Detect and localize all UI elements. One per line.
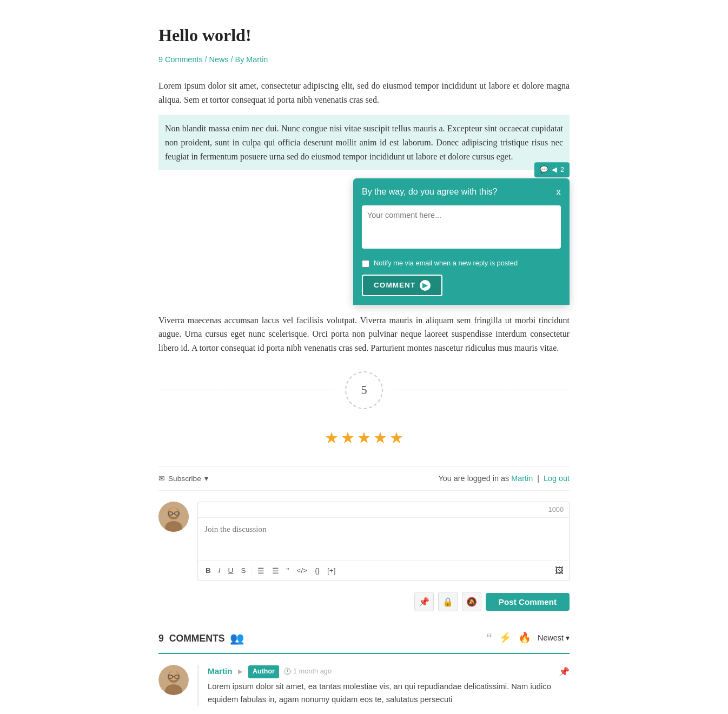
chevron-down-icon: ▾ xyxy=(566,632,570,644)
post-body: Lorem ipsum dolor sit amet, consectetur … xyxy=(158,79,570,355)
flame-sort-icon[interactable]: 🔥 xyxy=(518,630,531,646)
svg-point-3 xyxy=(169,508,178,517)
comment-button-arrow-icon: ▶ xyxy=(420,280,431,291)
bubble-count: 2 xyxy=(560,164,564,175)
highlighted-paragraph: Non blandit massa enim nec dui. Nunc con… xyxy=(158,115,570,170)
bold-button[interactable]: B xyxy=(203,565,213,576)
editor-char-count: 1000 xyxy=(198,502,569,518)
logout-link[interactable]: Log out xyxy=(544,474,570,483)
rating-value: 5 xyxy=(361,381,367,400)
author-badge: Author xyxy=(248,665,279,678)
notify-checkbox[interactable] xyxy=(362,260,369,268)
community-icon: 👥 xyxy=(230,629,244,648)
comment-textarea[interactable] xyxy=(198,518,569,556)
clock-icon: 🕐 xyxy=(283,666,291,676)
braces-button[interactable]: {} xyxy=(313,565,322,576)
italic-button[interactable]: I xyxy=(216,565,223,576)
post-comment-button[interactable]: Post Comment xyxy=(486,593,570,611)
highlight-popover: By the way, do you agree with this? x No… xyxy=(353,178,570,305)
comment-body: Martin ► Author 🕐 1 month ago 📌 Lorem ip… xyxy=(197,665,570,706)
post-comment-row: 📌 🔒 🔕 Post Comment xyxy=(158,592,570,611)
editor-toolbar: B I U S ☰ ☰ " </> {} [+] 🖼 xyxy=(198,560,569,581)
comments-header: 9 COMMENTS 👥 “ ⚡ 🔥 Newest ▾ xyxy=(158,628,570,653)
popover-notify-row: Notify me via email when a new reply is … xyxy=(362,258,561,269)
author-link[interactable]: Martin xyxy=(246,55,268,64)
notify-label: Notify me via email when a new reply is … xyxy=(374,258,518,269)
star-3[interactable]: ★ xyxy=(357,425,371,450)
rss-icon: ► xyxy=(237,666,244,678)
comment-text: Lorem ipsum dolor sit amet, ea tantas mo… xyxy=(208,680,570,706)
paragraph-1: Lorem ipsum dolor sit amet, consectetur … xyxy=(158,79,570,106)
comments-label: COMMENTS xyxy=(169,631,225,646)
comment-time: 🕐 1 month ago xyxy=(283,666,332,677)
comment-author-avatar xyxy=(158,665,189,695)
comment-time-text: 1 month ago xyxy=(293,666,332,677)
ordered-list-button[interactable]: ☰ xyxy=(255,565,267,576)
stars-row: ★ ★ ★ ★ ★ xyxy=(158,425,570,450)
underline-button[interactable]: U xyxy=(226,565,236,576)
unordered-list-button[interactable]: ☰ xyxy=(270,565,281,576)
svg-point-10 xyxy=(169,671,178,680)
bubble-chat-icon: 💬 xyxy=(540,164,548,175)
strikethrough-button[interactable]: S xyxy=(239,565,248,576)
comment-editor-box: 1000 B I U S ☰ ☰ " </> {} [+] 🖼 xyxy=(197,502,570,582)
popover-question: By the way, do you agree with this? xyxy=(362,185,498,199)
rating-line-left xyxy=(158,390,334,390)
lightning-sort-icon[interactable]: ⚡ xyxy=(499,630,512,646)
pin-button[interactable]: 📌 xyxy=(414,592,434,611)
blockquote-button[interactable]: " xyxy=(284,565,292,576)
subscribe-label: Subscribe xyxy=(168,475,201,483)
post-title: Hello world! xyxy=(158,22,570,49)
more-button[interactable]: [+] xyxy=(325,565,338,576)
paragraph-3: Viverra maecenas accumsan lacus vel faci… xyxy=(158,313,570,355)
popover-close-button[interactable]: x xyxy=(556,186,561,198)
code-button[interactable]: </> xyxy=(294,565,309,576)
comment-button-label: COMMENT xyxy=(374,281,415,289)
highlighted-text: Non blandit massa enim nec dui. Nunc con… xyxy=(165,124,563,161)
comments-count: 9 xyxy=(158,631,164,646)
login-info: You are logged in as Martin | Log out xyxy=(439,472,570,485)
popover-header: By the way, do you agree with this? x xyxy=(353,178,570,205)
rating-circle: 5 xyxy=(345,371,383,409)
comments-count-label: 9 COMMENTS 👥 xyxy=(158,629,244,648)
quote-sort-icon[interactable]: “ xyxy=(486,628,492,648)
comment-top: Martin ► Author 🕐 1 month ago 📌 xyxy=(208,665,570,679)
sort-label: Newest xyxy=(538,632,564,644)
popover-body: Notify me via email when a new reply is … xyxy=(353,205,570,305)
comment-avatar-svg xyxy=(158,665,189,695)
mail-icon: ✉ xyxy=(158,474,165,483)
sort-dropdown[interactable]: Newest ▾ xyxy=(538,632,570,644)
comments-count-link[interactable]: 9 Comments xyxy=(158,55,203,64)
char-count: 1000 xyxy=(548,504,564,515)
rating-line-right xyxy=(394,390,570,390)
star-4[interactable]: ★ xyxy=(373,425,387,450)
rating-section: 5 xyxy=(158,371,570,409)
avatar-svg xyxy=(158,502,189,532)
current-user-avatar xyxy=(158,502,189,532)
commenter-name[interactable]: Martin xyxy=(208,665,233,678)
star-5[interactable]: ★ xyxy=(389,425,403,450)
login-text: You are logged in as xyxy=(439,474,509,483)
comment-pin-icon: 📌 xyxy=(559,665,570,679)
comments-sort-icons: “ ⚡ 🔥 Newest ▾ xyxy=(486,628,570,648)
category-link[interactable]: News xyxy=(209,55,229,64)
logged-in-username[interactable]: Martin xyxy=(511,474,533,483)
comment-editor-wrap: 1000 B I U S ☰ ☰ " </> {} [+] 🖼 xyxy=(158,502,570,582)
subscribe-bar: ✉ Subscribe ▾ You are logged in as Marti… xyxy=(158,466,570,491)
toolbar-separator-1 xyxy=(252,566,252,575)
image-icon: 🖼 xyxy=(555,564,564,578)
popover-comment-button[interactable]: COMMENT ▶ xyxy=(362,275,442,296)
bubble-arrow: ◀ xyxy=(552,164,557,175)
comment-item: Martin ► Author 🕐 1 month ago 📌 Lorem ip… xyxy=(158,665,570,706)
lock-button[interactable]: 🔒 xyxy=(438,592,458,611)
star-2[interactable]: ★ xyxy=(341,425,355,450)
notification-off-button[interactable]: 🔕 xyxy=(462,592,481,611)
star-1[interactable]: ★ xyxy=(325,425,339,450)
comment-bubble[interactable]: 💬 ◀ 2 xyxy=(534,162,570,177)
post-meta: 9 Comments / News / By Martin xyxy=(158,54,570,66)
subscribe-button[interactable]: ✉ Subscribe ▾ xyxy=(158,474,208,483)
popover-comment-input[interactable] xyxy=(362,205,561,249)
chevron-down-icon: ▾ xyxy=(204,474,208,483)
